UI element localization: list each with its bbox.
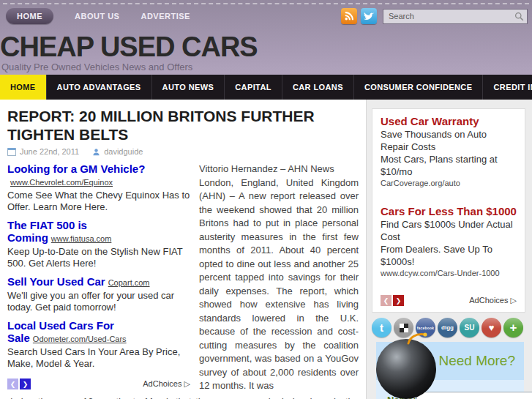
ad-body-text: Search Used Cars In Your Area By Price, … xyxy=(7,346,190,370)
main-nav: HOME AUTO ADVANTAGES AUTO NEWS CAPITAL C… xyxy=(0,75,532,100)
calendar-icon xyxy=(7,148,16,156)
adchoices-link[interactable]: AdChoices ▷ xyxy=(469,296,517,305)
nav-item-car-loans[interactable]: CAR LOANS xyxy=(282,75,353,100)
rss-glyph xyxy=(344,11,354,21)
ad-url-link[interactable]: Odometer.com/Used-Cars xyxy=(33,335,127,343)
sidebar-ad-pager: ❮ ❯ AdChoices ▷ xyxy=(381,295,517,306)
article-title[interactable]: REPORT: 20 MILLION BRITONS FURTHER TIGHT… xyxy=(7,107,359,143)
content-column: REPORT: 20 MILLION BRITONS FURTHER TIGHT… xyxy=(0,100,366,399)
sidebar-ad-line: Save Thousands on Auto Repair Costs xyxy=(381,128,517,153)
nav-item-home[interactable]: HOME xyxy=(0,75,46,100)
article-meta: June 22nd, 2011 davidguide xyxy=(7,147,359,156)
ad-title-text[interactable]: Sell Your Used Car xyxy=(7,275,105,288)
twitter-share-icon[interactable]: t xyxy=(372,318,391,338)
sidebar-ad-next-button[interactable]: ❯ xyxy=(393,295,404,306)
sidebar-ad-url[interactable]: CarCoverage.org/auto xyxy=(381,179,517,187)
author-icon xyxy=(92,148,100,156)
ad-title-link[interactable]: Local Used Cars For SaleOdometer.com/Use… xyxy=(7,319,190,346)
ad-body-text: We'll give you an offer for your used ca… xyxy=(7,290,190,313)
article-author[interactable]: davidguide xyxy=(104,147,143,156)
ad-title-link[interactable]: The FIAT 500 is Comingwww.fiatusa.com xyxy=(7,219,190,245)
sidebar-ad-title[interactable]: Cars For Less Than $1000 xyxy=(381,205,517,218)
name-field[interactable] xyxy=(416,392,532,399)
bomb-image xyxy=(376,339,436,399)
ad-title-text[interactable]: Looking for a GM Vehicle? xyxy=(7,163,145,175)
ad-next-button[interactable]: ❯ xyxy=(20,379,31,389)
ad-url-link[interactable]: www.Chevrolet.com/Equinox xyxy=(10,178,113,187)
search-box xyxy=(383,9,528,24)
ad-url-link[interactable]: Copart.com xyxy=(108,278,150,287)
sidebar-ad-item: Used Car Warranty Save Thousands on Auto… xyxy=(381,115,517,187)
stumbleupon-share-icon[interactable]: SU xyxy=(460,318,479,338)
ad-body-text: Keep Up-to-Date on the Stylish New FIAT … xyxy=(7,246,190,269)
article-byline: Vittorio Hernandez – AHN News xyxy=(199,163,359,176)
nav-item-capital[interactable]: CAPITAL xyxy=(224,75,282,100)
ad-prev-button[interactable]: ❮ xyxy=(7,379,18,389)
sidebar-ad-title[interactable]: Used Car Warranty xyxy=(381,115,517,128)
twitter-bird-glyph xyxy=(364,12,375,21)
twitter-icon[interactable] xyxy=(361,8,377,24)
sidebar-ad-line: From Dealers. Save Up To $1000s! xyxy=(381,243,517,268)
ad-pager: ❮ ❯ AdChoices ▷ xyxy=(7,379,190,389)
ad-body-text: Come See What the Chevy Equinox Has to O… xyxy=(7,190,190,213)
ad-item: Local Used Cars For SaleOdometer.com/Use… xyxy=(7,319,190,370)
sidebar-ad-prev-button[interactable]: ❮ xyxy=(381,295,391,306)
bomb-fuse xyxy=(405,330,427,345)
topbar-link-home[interactable]: HOME xyxy=(6,8,53,24)
favorite-share-icon[interactable]: ♥ xyxy=(482,318,501,338)
ad-item: Sell Your Used CarCopart.com We'll give … xyxy=(7,275,190,313)
site-title[interactable]: CHEAP USED CARS xyxy=(0,24,532,61)
article-body-full-text: during the same 12 months to March that … xyxy=(7,396,359,399)
topbar-link-about[interactable]: ABOUT US xyxy=(75,12,119,20)
nav-item-auto-advantages[interactable]: AUTO ADVANTAGES xyxy=(46,75,151,100)
article-body-text: London, England, United Kingdom (AHN) – … xyxy=(199,176,359,393)
search-input[interactable] xyxy=(383,9,528,24)
nav-item-credit-information[interactable]: CREDIT INFORMATION xyxy=(482,75,532,100)
sidebar-ad-box: Used Car Warranty Save Thousands on Auto… xyxy=(372,108,525,313)
article-date: June 22nd, 2011 xyxy=(20,147,79,156)
ad-title-link[interactable]: Sell Your Used CarCopart.com xyxy=(7,275,190,289)
digg-share-icon[interactable]: digg xyxy=(438,318,457,338)
share-more-icon[interactable]: + xyxy=(503,318,523,338)
adchoices-link[interactable]: AdChoices ▷ xyxy=(143,379,190,389)
ad-item: The FIAT 500 is Comingwww.fiatusa.com Ke… xyxy=(7,219,190,269)
header-dashed-border xyxy=(3,3,529,4)
sidebar-ad-url[interactable]: www.dcyw.com/Cars-Under-1000 xyxy=(381,269,517,277)
sidebar-ad-item: Cars For Less Than $1000 Find Cars $1000… xyxy=(381,205,517,277)
adsense-block: Looking for a GM Vehicle?www.Chevrolet.c… xyxy=(7,163,199,393)
nav-item-consumer-confidence[interactable]: CONSUMER CONFIDENCE xyxy=(353,75,483,100)
site-header: HOME ABOUT US ADVERTISE CHEAP USED CARS … xyxy=(0,0,532,75)
rss-icon[interactable] xyxy=(341,8,357,24)
main-area: REPORT: 20 MILLION BRITONS FURTHER TIGHT… xyxy=(0,100,532,399)
ad-title-link[interactable]: Looking for a GM Vehicle?www.Chevrolet.c… xyxy=(7,163,190,189)
article-body-column: Vittorio Hernandez – AHN News London, En… xyxy=(199,163,359,393)
social-share-row: t facebook digg SU ♥ + xyxy=(372,318,525,338)
ad-url-link[interactable]: www.fiatusa.com xyxy=(51,234,112,243)
sidebar: Used Car Warranty Save Thousands on Auto… xyxy=(366,100,532,399)
sidebar-ad-line: Most Cars, Plans starting at $10/mo xyxy=(381,153,517,178)
article-body-continued: during the same 12 months to March that … xyxy=(7,395,359,399)
nav-item-auto-news[interactable]: AUTO NEWS xyxy=(151,75,225,100)
site-tagline: Quality Pre Owned Vehicles News and Offe… xyxy=(0,61,532,72)
topbar-link-advertise[interactable]: ADVERTISE xyxy=(141,12,190,20)
sidebar-ad-line: Find Cars $1000s Under Actual Cost xyxy=(381,218,517,243)
ad-item: Looking for a GM Vehicle?www.Chevrolet.c… xyxy=(7,163,190,213)
newsletter-signup-widget: Need More? Name: Email: Sign Up! xyxy=(376,342,524,399)
search-icon xyxy=(514,12,524,21)
